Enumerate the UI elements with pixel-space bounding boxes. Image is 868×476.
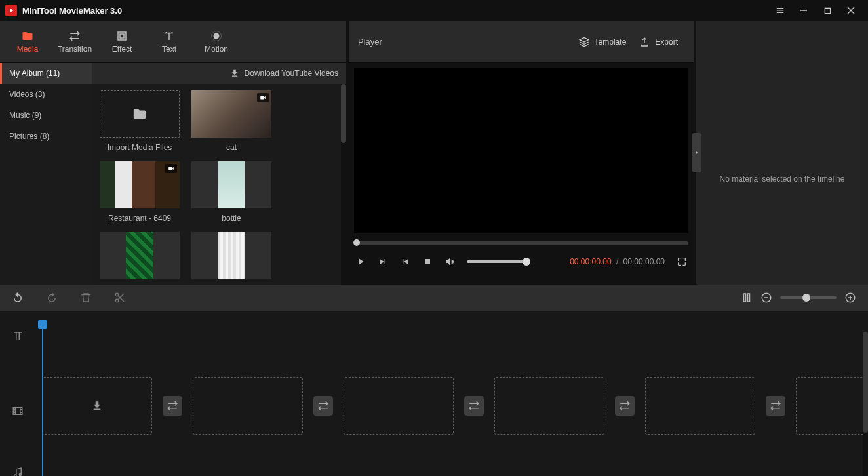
media-thumb-restaurant[interactable]: Restaurant - 6409: [100, 161, 180, 223]
properties-empty-message: No material selected on the timeline: [696, 174, 868, 184]
sidebar-item-my-album[interactable]: My Album (11): [0, 63, 92, 84]
player-panel: Player Template Export: [349, 21, 694, 285]
import-media-button[interactable]: Import Media Files: [100, 90, 180, 152]
timeline-scrollbar[interactable]: [863, 332, 868, 476]
zoom-out-button[interactable]: [760, 292, 772, 304]
sidebar-item-videos[interactable]: Videos (3): [0, 84, 92, 105]
timeline-toolbar: [0, 285, 868, 311]
media-thumb-bottle[interactable]: bottle: [191, 161, 271, 223]
prev-frame-button[interactable]: [378, 256, 388, 267]
transition-slot[interactable]: [755, 396, 796, 416]
timeline[interactable]: [0, 311, 868, 476]
export-button[interactable]: Export: [633, 30, 684, 54]
tab-transition[interactable]: Transition: [51, 21, 98, 63]
media-scrollbar[interactable]: [341, 84, 346, 285]
split-button[interactable]: [114, 292, 126, 304]
text-track-icon[interactable]: [12, 330, 24, 342]
tab-text[interactable]: Text: [146, 21, 193, 63]
tab-media[interactable]: Media: [4, 21, 51, 63]
layers-icon: [579, 37, 589, 47]
properties-panel: No material selected on the timeline: [696, 21, 868, 285]
play-button[interactable]: [355, 256, 366, 267]
player-controls: 00:00:00.00 / 00:00:00.00: [349, 245, 694, 278]
transition-slot[interactable]: [303, 396, 344, 416]
minimize-button[interactable]: [792, 0, 816, 21]
next-frame-button[interactable]: [400, 256, 410, 267]
effect-icon: [116, 30, 128, 42]
video-badge-icon: [257, 93, 269, 102]
fullscreen-button[interactable]: [677, 256, 687, 267]
timeline-slot[interactable]: [645, 377, 755, 435]
top-tabs: Media Transition Effect Text: [0, 21, 346, 63]
maximize-button[interactable]: [816, 0, 839, 21]
tab-motion-label: Motion: [205, 45, 228, 54]
video-track[interactable]: [42, 376, 863, 435]
media-thumb-partial-2[interactable]: [191, 232, 271, 279]
menu-icon[interactable]: [768, 0, 792, 21]
video-badge-icon: [165, 164, 177, 173]
sidebar-item-music[interactable]: Music (9): [0, 105, 92, 126]
time-separator: /: [616, 257, 618, 266]
media-thumb-label: bottle: [222, 214, 241, 223]
tab-effect-label: Effect: [112, 45, 132, 54]
timeline-slot[interactable]: [42, 377, 152, 435]
timeline-slot[interactable]: [494, 377, 604, 435]
media-thumb-cat[interactable]: cat: [191, 90, 271, 152]
seek-bar[interactable]: [354, 241, 688, 245]
zoom-slider[interactable]: [780, 296, 837, 299]
media-thumb-label: Restaurant - 6409: [108, 214, 171, 223]
media-grid: Import Media Files cat: [92, 84, 346, 285]
svg-rect-9: [748, 294, 750, 302]
svg-point-14: [19, 474, 21, 476]
zoom-in-button[interactable]: [844, 292, 856, 304]
timeline-fit-icon[interactable]: [741, 292, 753, 304]
media-toolbar: Download YouTube Videos: [92, 63, 346, 84]
tab-motion[interactable]: Motion: [193, 21, 240, 63]
export-label: Export: [655, 37, 678, 47]
media-panel: Media Transition Effect Text: [0, 21, 346, 285]
sidebar-item-pictures[interactable]: Pictures (8): [0, 126, 92, 147]
transition-icon: [69, 30, 81, 42]
timeline-slot[interactable]: [344, 377, 454, 435]
volume-slider[interactable]: [467, 260, 527, 263]
media-thumb-label: cat: [226, 143, 237, 152]
folder-icon: [22, 30, 33, 42]
redo-button[interactable]: [46, 292, 58, 304]
timeline-slot[interactable]: [193, 377, 303, 435]
folder-import-icon: [132, 107, 147, 121]
svg-rect-5: [425, 259, 430, 264]
transition-slot[interactable]: [152, 396, 193, 416]
media-thumb-partial-1[interactable]: [100, 232, 180, 279]
export-icon: [639, 37, 650, 47]
import-media-label: Import Media Files: [108, 143, 172, 152]
template-button[interactable]: Template: [572, 30, 633, 54]
timeline-slot[interactable]: [796, 377, 868, 435]
undo-button[interactable]: [12, 292, 24, 304]
download-youtube-link[interactable]: Download YouTube Videos: [245, 69, 338, 78]
audio-track-icon[interactable]: [12, 467, 24, 476]
current-time: 00:00:00.00: [570, 257, 611, 266]
motion-icon: [210, 30, 222, 42]
tab-effect[interactable]: Effect: [98, 21, 146, 63]
svg-rect-8: [744, 294, 746, 302]
total-time: 00:00:00.00: [623, 257, 665, 266]
transition-slot[interactable]: [454, 396, 494, 416]
stop-button[interactable]: [422, 256, 433, 267]
svg-rect-2: [120, 34, 124, 38]
text-icon: [163, 30, 175, 42]
template-label: Template: [595, 37, 627, 47]
playhead[interactable]: [42, 320, 43, 476]
svg-point-3: [214, 33, 220, 39]
expand-properties-button[interactable]: [692, 133, 701, 172]
close-button[interactable]: [839, 0, 863, 21]
delete-button[interactable]: [80, 292, 92, 304]
volume-icon[interactable]: [444, 256, 455, 267]
transition-slot[interactable]: [604, 396, 645, 416]
drop-icon: [91, 400, 103, 412]
app-title: MiniTool MovieMaker 3.0: [22, 6, 122, 16]
svg-point-7: [115, 299, 119, 302]
video-track-icon[interactable]: [12, 405, 24, 417]
video-preview[interactable]: [354, 68, 688, 233]
download-icon: [230, 69, 239, 78]
tab-transition-label: Transition: [58, 45, 92, 54]
